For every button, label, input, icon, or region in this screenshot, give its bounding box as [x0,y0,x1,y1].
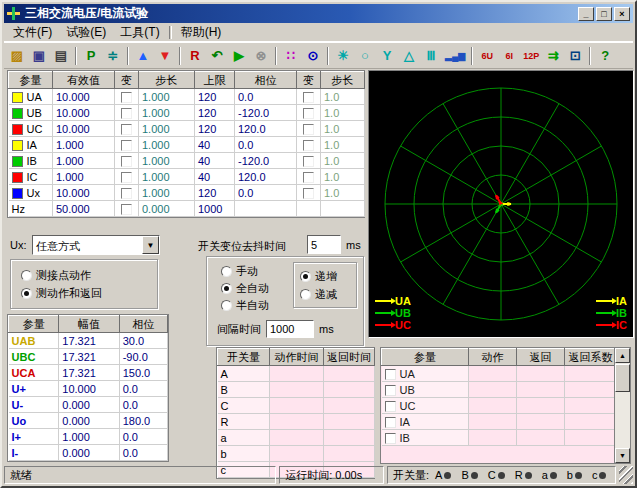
phase-vary-checkbox[interactable] [303,92,314,103]
run-button[interactable]: ▶ [228,44,250,67]
phase-vary-cell[interactable] [297,137,321,153]
mode-option-手动[interactable]: 手动 [221,264,269,278]
vary-cell[interactable] [115,137,139,153]
phase-vary-checkbox[interactable] [303,156,314,167]
twelve-p-button[interactable]: 12P [520,44,542,67]
vary-cell[interactable] [115,169,139,185]
limit-cell[interactable]: 40 [195,169,235,185]
rms-cell[interactable]: 1.000 [53,153,115,169]
mode-option-radio[interactable] [221,300,232,311]
menu-item-help[interactable]: 帮助(H) [174,22,229,43]
limit-cell[interactable]: 120 [195,89,235,105]
phase-cell[interactable]: 0.0 [235,185,297,201]
step-cell[interactable]: 1.000 [139,185,195,201]
phase-vary-checkbox[interactable] [303,140,314,151]
scrollbar-thumb[interactable] [615,364,630,392]
contact-option-radio[interactable] [21,288,32,299]
phase-vary-cell[interactable] [297,185,321,201]
vary-checkbox[interactable] [121,140,132,151]
vary-cell[interactable] [115,89,139,105]
vary-checkbox[interactable] [121,124,132,135]
contact-option-测动作和返回[interactable]: 测动作和返回 [21,286,147,300]
ir-button[interactable]: R [184,44,206,67]
print-button[interactable]: ▤ [50,44,72,67]
rms-cell[interactable]: 10.000 [53,105,115,121]
phase-step-cell[interactable]: 1.0 [321,121,365,137]
mode-option-radio[interactable] [221,283,232,294]
param-checkbox[interactable] [385,369,396,380]
contact-option-测接点动作[interactable]: 测接点动作 [21,268,147,282]
save-button[interactable]: ▣ [28,44,50,67]
flash-button[interactable]: ☀ [332,44,354,67]
vary-checkbox[interactable] [121,172,132,183]
circle-button[interactable]: ○ [354,44,376,67]
phase-step-cell[interactable]: 1.0 [321,89,365,105]
phase-vary-checkbox[interactable] [303,188,314,199]
phase-cell[interactable] [235,201,297,217]
param-checkbox[interactable] [385,433,396,444]
limit-cell[interactable]: 120 [195,105,235,121]
param-checkbox[interactable] [385,417,396,428]
direction-option-radio[interactable] [300,271,311,282]
minimize-button[interactable]: _ [578,7,594,21]
limit-cell[interactable]: 40 [195,153,235,169]
maximize-button[interactable]: □ [596,7,612,21]
vary-cell[interactable] [115,105,139,121]
phase-vary-checkbox[interactable] [303,108,314,119]
rms-cell[interactable]: 10.000 [53,185,115,201]
vary-checkbox[interactable] [121,92,132,103]
phase-step-cell[interactable]: 1.0 [321,169,365,185]
phase-step-cell[interactable]: 1.0 [321,105,365,121]
phase-vary-cell[interactable] [297,169,321,185]
mode-option-全自动[interactable]: 全自动 [221,281,269,295]
scroll-down-icon[interactable]: ▼ [615,448,630,463]
phase-vary-checkbox[interactable] [303,124,314,135]
contact-option-radio[interactable] [21,270,32,281]
step-cell[interactable]: 1.000 [139,89,195,105]
phase-cell[interactable]: 120.0 [235,169,297,185]
phase-step-cell[interactable]: 1.0 [321,153,365,169]
stop-button[interactable]: ⊗ [250,44,272,67]
vary-cell[interactable] [115,201,139,217]
vary-cell[interactable] [115,185,139,201]
vary-cell[interactable] [115,121,139,137]
rms-cell[interactable]: 10.000 [53,121,115,137]
phase-cell[interactable]: -120.0 [235,153,297,169]
scroll-up-icon[interactable]: ▲ [615,348,630,363]
output-params-button[interactable]: P [80,44,102,67]
phase-vary-cell[interactable] [297,89,321,105]
wye-button[interactable]: Y [376,44,398,67]
vary-checkbox[interactable] [121,108,132,119]
step-cell[interactable]: 1.000 [139,121,195,137]
step-cell[interactable]: 1.000 [139,153,195,169]
vary-checkbox[interactable] [121,204,132,215]
sequence-button[interactable]: ⇉ [542,44,564,67]
step-cell[interactable]: 1.000 [139,169,195,185]
lower-button[interactable]: ▼ [154,44,176,67]
chevron-down-icon[interactable]: ▼ [142,236,159,254]
mode-option-半自动[interactable]: 半自动 [221,298,269,312]
interval-input[interactable] [266,320,314,338]
zoom-button[interactable]: ⊙ [302,44,324,67]
six-u-button[interactable]: 6U [476,44,498,67]
vary-checkbox[interactable] [121,156,132,167]
phase-step-cell[interactable]: 1.0 [321,185,365,201]
open-button[interactable]: ▨ [6,44,28,67]
rms-cell[interactable]: 50.000 [53,201,115,217]
scrollbar[interactable]: ▲ ▼ [614,348,630,463]
direction-option-递减[interactable]: 递减 [300,287,350,301]
rms-cell[interactable]: 10.000 [53,89,115,105]
phase-vary-cell[interactable] [297,105,321,121]
menu-item-file[interactable]: 文件(F) [6,22,59,43]
phase-cell[interactable]: -120.0 [235,105,297,121]
menu-item-tools[interactable]: 工具(T) [113,22,166,43]
undo-button[interactable]: ↶ [206,44,228,67]
param-checkbox[interactable] [385,385,396,396]
phase-vary-checkbox[interactable] [303,172,314,183]
step-cell[interactable]: 1.000 [139,105,195,121]
raise-button[interactable]: ▲ [132,44,154,67]
close-button[interactable]: × [614,7,630,21]
param-checkbox[interactable] [385,401,396,412]
monitor-button[interactable]: ⊡ [564,44,586,67]
limit-cell[interactable]: 1000 [195,201,235,217]
